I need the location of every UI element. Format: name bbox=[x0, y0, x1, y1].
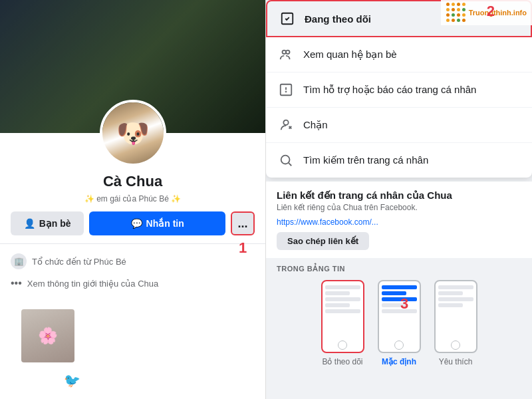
watermark-text: Truongthinh.info bbox=[469, 9, 527, 17]
bird-decoration: 🐦 bbox=[64, 372, 80, 388]
feed-section: TRONG BẢNG TIN Bỏ theo dõi bbox=[266, 258, 532, 370]
message-button[interactable]: 💬 Nhắn tin bbox=[89, 211, 225, 235]
watermark-dots bbox=[446, 3, 466, 23]
report-icon bbox=[277, 80, 295, 99]
post-preview-area: 🌸 bbox=[0, 299, 265, 373]
block-label: Chặn bbox=[303, 119, 328, 131]
feed-option-default[interactable]: Mặc định bbox=[378, 280, 421, 366]
svg-point-6 bbox=[283, 120, 288, 125]
link-subtitle: Liên kết riêng của Chua trên Facebook. bbox=[277, 203, 521, 212]
dots-icon: ••• bbox=[11, 277, 22, 289]
phone-favorite bbox=[434, 280, 477, 353]
step-2-label: 2 bbox=[487, 3, 495, 20]
profile-subtitle: ✨ em gái của Phúc Bé ✨ bbox=[11, 194, 255, 203]
avatar-image: 🐶 bbox=[102, 102, 164, 164]
feed-option-favorite[interactable]: Yêu thích bbox=[434, 280, 477, 366]
svg-point-9 bbox=[281, 156, 290, 164]
default-label: Mặc định bbox=[382, 357, 416, 366]
menu-item-block[interactable]: Chặn bbox=[266, 108, 532, 143]
screen-line-1 bbox=[325, 285, 360, 289]
feed-options: Bỏ theo dõi Mặc định bbox=[277, 280, 521, 366]
phone-unfollow bbox=[321, 280, 364, 353]
friend-button[interactable]: 👤 Bạn bè bbox=[11, 211, 84, 235]
phone-default bbox=[378, 280, 421, 353]
link-title: Liên kết đến trang cá nhân của Chua bbox=[277, 190, 521, 201]
relationship-label: Xem quan hệ bạn bè bbox=[303, 49, 397, 61]
post-preview: 🌸 bbox=[21, 309, 74, 362]
screen-line-5 bbox=[325, 309, 360, 313]
action-buttons: 👤 Bạn bè 💬 Nhắn tin ... bbox=[0, 211, 265, 243]
cover-photo: 🐶 bbox=[0, 0, 265, 133]
home-button-2 bbox=[394, 340, 404, 350]
profile-details: 🏢 Tổ chức đến từ Phúc Bé ••• Xem thông t… bbox=[0, 243, 265, 299]
relationship-icon bbox=[277, 45, 295, 64]
link-section: Liên kết đến trang cá nhân của Chua Liên… bbox=[266, 182, 532, 258]
feed-option-unfollow[interactable]: Bỏ theo dõi bbox=[321, 280, 364, 366]
screen-line-3 bbox=[325, 297, 360, 301]
menu-item-relationship[interactable]: Xem quan hệ bạn bè bbox=[266, 37, 532, 72]
step-3-label: 3 bbox=[400, 295, 408, 313]
profile-name: Cà Chua bbox=[11, 173, 255, 190]
link-url: https://www.facebook.com/... bbox=[277, 217, 521, 227]
more-button[interactable]: ... bbox=[231, 211, 255, 235]
message-label: Nhắn tin bbox=[146, 218, 184, 229]
screen-line-10 bbox=[438, 297, 473, 301]
step-1-label: 1 bbox=[231, 236, 255, 260]
block-icon bbox=[277, 116, 295, 134]
detail-row-intro: ••• Xem thông tin giới thiệu của Chua bbox=[11, 273, 255, 293]
intro-text: Xem thông tin giới thiệu của Chua bbox=[27, 279, 158, 289]
home-button bbox=[338, 340, 347, 350]
profile-avatar: 🐶 bbox=[100, 100, 166, 166]
search-label: Tìm kiếm trên trang cá nhân bbox=[303, 154, 428, 166]
screen-line-9 bbox=[438, 291, 463, 295]
screen-line-4 bbox=[325, 303, 350, 307]
left-panel: 🐶 Cà Chua ✨ em gái của Phúc Bé ✨ 👤 Bạn b… bbox=[0, 0, 266, 399]
following-label: Đang theo dõi bbox=[305, 13, 371, 25]
work-icon: 🏢 bbox=[11, 253, 27, 269]
svg-point-2 bbox=[286, 51, 290, 55]
following-icon bbox=[278, 9, 297, 28]
ellipsis-icon: ... bbox=[237, 217, 247, 231]
screen-line-2 bbox=[325, 291, 350, 295]
profile-info: Cà Chua ✨ em gái của Phúc Bé ✨ bbox=[0, 173, 265, 203]
detail-row-work: 🏢 Tổ chức đến từ Phúc Bé bbox=[11, 249, 255, 273]
feed-label: TRONG BẢNG TIN bbox=[277, 265, 521, 273]
menu-item-report[interactable]: Tìm hỗ trợ hoặc báo cáo trang cá nhân bbox=[266, 72, 532, 108]
menu-item-search[interactable]: Tìm kiếm trên trang cá nhân bbox=[266, 143, 532, 178]
messenger-icon: 💬 bbox=[131, 218, 142, 229]
screen-line-blue-1 bbox=[382, 285, 417, 289]
search-icon bbox=[277, 151, 295, 170]
friend-label: Bạn bè bbox=[39, 218, 71, 229]
screen-line-8 bbox=[438, 285, 473, 289]
right-panel: Truongthinh.info 2 Đang theo dõi bbox=[266, 0, 532, 399]
unfollow-label: Bỏ theo dõi bbox=[322, 357, 362, 366]
favorite-label: Yêu thích bbox=[439, 357, 473, 366]
home-button-3 bbox=[451, 340, 460, 350]
work-text: Tổ chức đến từ Phúc Bé bbox=[32, 257, 126, 267]
copy-link-button[interactable]: Sao chép liên kết bbox=[277, 232, 369, 250]
svg-point-5 bbox=[286, 91, 287, 92]
svg-line-10 bbox=[289, 163, 291, 166]
dropdown-menu: Đang theo dõi Xem quan hệ bạn bè Tìm h bbox=[266, 0, 532, 178]
copy-label: Sao chép liên kết bbox=[287, 236, 358, 246]
friend-icon: 👤 bbox=[24, 218, 35, 229]
screen-line-7 bbox=[382, 309, 417, 313]
report-label: Tìm hỗ trợ hoặc báo cáo trang cá nhân bbox=[303, 84, 476, 96]
screen-line-blue-3 bbox=[382, 297, 417, 301]
screen-line-11 bbox=[438, 303, 463, 307]
